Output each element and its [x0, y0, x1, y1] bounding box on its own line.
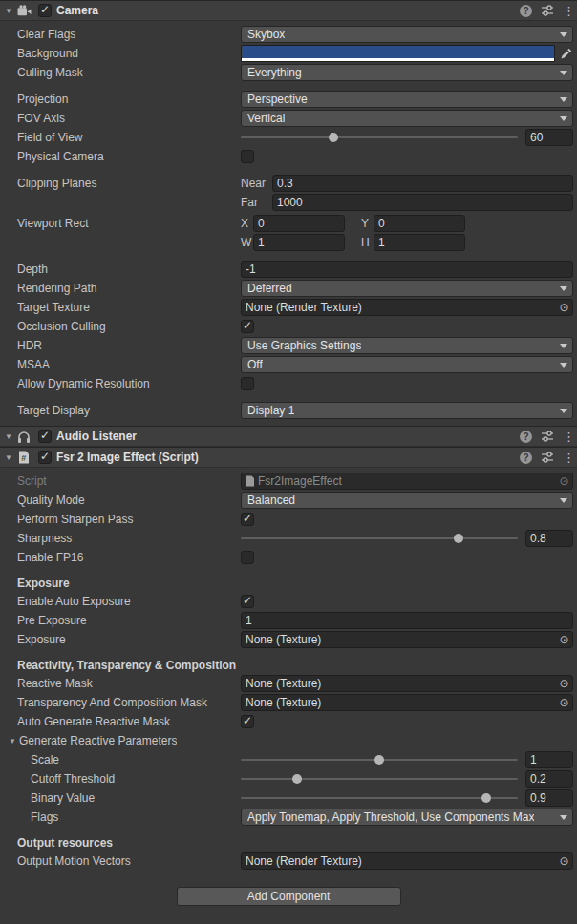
pre-exposure-input[interactable]: 1	[241, 612, 573, 629]
add-component-button[interactable]: Add Component	[177, 887, 401, 906]
viewport-w-input[interactable]: 1	[253, 234, 345, 251]
viewport-h-input[interactable]: 1	[374, 234, 465, 251]
foldout-arrow-icon[interactable]	[2, 453, 15, 462]
field-value: 1	[246, 614, 252, 627]
inspector-panel: Camera ? ⋮ Clear Flags Skybox Background	[0, 0, 577, 924]
projection-label: Projection	[17, 93, 241, 106]
fsr2-enabled-checkbox[interactable]	[38, 451, 52, 464]
binary-value-input[interactable]: 0.9	[525, 789, 573, 807]
enable-fp16-checkbox[interactable]	[241, 551, 254, 564]
eyedropper-icon[interactable]	[558, 45, 573, 62]
scale-slider[interactable]	[241, 752, 518, 767]
exposure-row: Exposure None (Texture) ⊙	[0, 630, 577, 649]
object-picker-icon[interactable]: ⊙	[556, 473, 572, 489]
camera-component-header[interactable]: Camera ? ⋮	[0, 0, 577, 21]
background-color-field	[241, 45, 573, 62]
fsr2-component-header[interactable]: # Fsr 2 Image Effect (Script) ? ⋮	[0, 447, 577, 468]
culling-mask-dropdown[interactable]: Everything	[241, 64, 573, 81]
depth-input[interactable]: -1	[241, 261, 573, 278]
slider-thumb[interactable]	[374, 755, 384, 765]
background-color-swatch[interactable]	[241, 45, 555, 62]
kebab-menu-icon[interactable]: ⋮	[563, 452, 570, 464]
occlusion-culling-label: Occlusion Culling	[17, 320, 241, 333]
slider-thumb[interactable]	[292, 774, 302, 784]
help-icon[interactable]: ?	[520, 5, 532, 17]
scale-input[interactable]: 1	[525, 751, 573, 768]
clear-flags-dropdown[interactable]: Skybox	[241, 26, 573, 43]
output-motion-vectors-row: Output Motion Vectors None (Render Textu…	[0, 851, 577, 871]
transparency-mask-label: Transparency And Composition Mask	[17, 696, 241, 709]
kebab-menu-icon[interactable]: ⋮	[563, 5, 570, 17]
auto-generate-reactive-mask-row: Auto Generate Reactive Mask	[0, 712, 577, 731]
field-of-view-input[interactable]: 60	[525, 129, 573, 146]
flags-label: Flags	[17, 810, 241, 824]
slider-track[interactable]	[241, 136, 518, 138]
generate-reactive-parameters-row[interactable]: Generate Reactive Parameters	[0, 731, 577, 750]
kebab-menu-icon[interactable]: ⋮	[563, 430, 570, 443]
viewport-x-input[interactable]: 0	[253, 215, 345, 232]
physical-camera-checkbox[interactable]	[241, 150, 254, 163]
cutoff-threshold-slider[interactable]	[241, 771, 518, 787]
quality-mode-dropdown[interactable]: Balanced	[241, 492, 573, 509]
occlusion-culling-checkbox[interactable]	[241, 320, 254, 333]
object-picker-icon[interactable]: ⊙	[556, 632, 572, 647]
enable-auto-exposure-checkbox[interactable]	[241, 595, 254, 608]
camera-enabled-checkbox[interactable]	[38, 4, 52, 17]
rendering-path-dropdown[interactable]: Deferred	[241, 280, 573, 297]
clipping-planes-label: Clipping Planes	[17, 177, 241, 190]
perform-sharpen-pass-label: Perform Sharpen Pass	[17, 513, 241, 526]
sharpness-input[interactable]: 0.8	[525, 530, 573, 547]
cutoff-threshold-input[interactable]: 0.2	[525, 770, 573, 788]
fov-axis-dropdown[interactable]: Vertical	[241, 110, 573, 127]
audio-listener-component-header[interactable]: Audio Listener ? ⋮	[0, 426, 577, 447]
sharpness-slider[interactable]	[241, 531, 518, 546]
foldout-arrow-icon[interactable]	[2, 432, 15, 441]
audio-listener-enabled-checkbox[interactable]	[38, 430, 52, 443]
slider-thumb[interactable]	[481, 793, 491, 803]
target-texture-field[interactable]: None (Render Texture) ⊙	[241, 299, 573, 316]
auto-generate-reactive-mask-checkbox[interactable]	[241, 715, 254, 728]
output-motion-vectors-field[interactable]: None (Render Texture) ⊙	[241, 852, 573, 870]
presets-icon[interactable]	[541, 4, 554, 17]
foldout-arrow-icon[interactable]	[2, 7, 15, 15]
allow-dynamic-resolution-checkbox[interactable]	[241, 377, 254, 390]
perform-sharpen-pass-checkbox[interactable]	[241, 513, 254, 526]
camera-title: Camera	[56, 4, 98, 17]
target-display-dropdown[interactable]: Display 1	[241, 402, 573, 419]
chevron-down-icon	[560, 344, 567, 348]
presets-icon[interactable]	[541, 451, 554, 464]
object-value: None (Render Texture)	[246, 854, 362, 868]
slider-track[interactable]	[241, 797, 518, 799]
help-icon[interactable]: ?	[520, 452, 532, 464]
transparency-mask-field[interactable]: None (Texture) ⊙	[241, 694, 573, 711]
object-picker-icon[interactable]: ⊙	[556, 300, 572, 315]
flags-dropdown[interactable]: Apply Tonemap, Apply Threshold, Use Comp…	[241, 808, 573, 826]
foldout-arrow-icon[interactable]	[6, 737, 19, 746]
near-input[interactable]: 0.3	[272, 175, 573, 192]
far-input[interactable]: 1000	[272, 194, 573, 211]
scale-label: Scale	[17, 753, 241, 766]
slider-thumb[interactable]	[454, 534, 463, 543]
slider-track[interactable]	[241, 778, 518, 780]
field-value: 0	[258, 217, 265, 230]
hdr-dropdown[interactable]: Use Graphics Settings	[241, 337, 573, 354]
help-icon[interactable]: ?	[520, 430, 532, 443]
viewport-y-input[interactable]: 0	[374, 215, 465, 232]
projection-dropdown[interactable]: Perspective	[241, 91, 573, 108]
object-picker-icon[interactable]: ⊙	[556, 853, 572, 869]
slider-track[interactable]	[241, 537, 518, 539]
object-picker-icon[interactable]: ⊙	[556, 695, 572, 710]
pre-exposure-row: Pre Exposure 1	[0, 611, 577, 630]
exposure-field[interactable]: None (Texture) ⊙	[241, 631, 573, 648]
object-picker-icon[interactable]: ⊙	[556, 676, 572, 691]
enable-fp16-label: Enable FP16	[17, 551, 241, 564]
slider-thumb[interactable]	[329, 133, 338, 142]
chevron-down-icon	[560, 498, 567, 503]
viewport-rect-xy-row: Viewport Rect X 0 Y 0	[0, 214, 577, 233]
reactive-mask-field[interactable]: None (Texture) ⊙	[241, 675, 573, 692]
binary-value-slider[interactable]	[241, 790, 518, 806]
fov-axis-label: FOV Axis	[17, 112, 241, 125]
msaa-dropdown[interactable]: Off	[241, 356, 573, 373]
presets-icon[interactable]	[541, 430, 554, 443]
field-of-view-slider[interactable]	[241, 130, 518, 145]
